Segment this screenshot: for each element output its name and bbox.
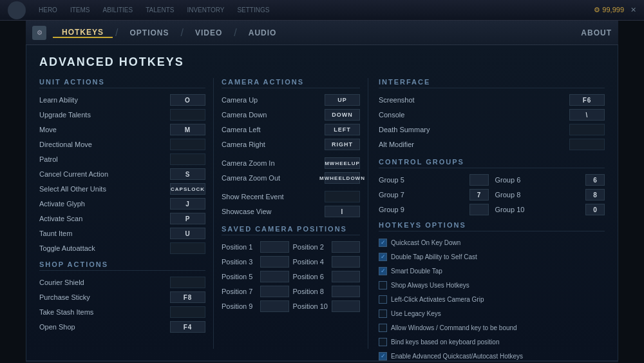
hotkey-cam-up-key[interactable]: UP xyxy=(325,94,360,106)
tab-hotkeys[interactable]: HOTKEYS xyxy=(53,28,113,38)
cam-pos-1-label: Position 1 xyxy=(222,243,260,251)
hotkey-zoom-in-key[interactable]: MWHEELUP xyxy=(325,157,360,169)
hotkey-alt-modifier-key[interactable] xyxy=(569,139,605,150)
hotkey-cam-left-label: Camera Left xyxy=(222,126,325,133)
cb-shop-hotkeys-box[interactable] xyxy=(379,281,387,289)
top-nav-inventory: INVENTORY xyxy=(187,6,224,14)
hotkey-cam-right-key[interactable]: RIGHT xyxy=(325,139,360,150)
hotkey-patrol-key[interactable] xyxy=(170,153,205,165)
hotkey-death-summary-label: Death Summary xyxy=(379,126,569,133)
interface-title: INTERFACE xyxy=(379,78,605,88)
cb-advanced-quickcast[interactable]: Enable Advanced Quickcast/Autocast Hotke… xyxy=(379,350,605,361)
cb-allow-windows[interactable]: Allow Windows / Command key to be bound xyxy=(379,322,605,333)
cb-allow-windows-box[interactable] xyxy=(379,324,387,332)
hotkey-console-key[interactable]: \ xyxy=(569,109,605,121)
hotkey-death-summary-key[interactable] xyxy=(569,124,605,135)
hotkey-showcase: Showcase View I xyxy=(222,205,360,218)
cb-double-tap-label: Double Tap Ability to Self Cast xyxy=(391,253,477,260)
cb-bind-keyboard-box[interactable] xyxy=(379,338,387,346)
cb-double-tap[interactable]: Double Tap Ability to Self Cast xyxy=(379,251,605,262)
ctrl-group-6-key[interactable]: 6 xyxy=(585,174,605,186)
cam-pos-1: Position 1 xyxy=(222,240,289,253)
hotkey-screenshot: Screenshot F6 xyxy=(379,93,605,106)
hotkey-cam-right: Camera Right RIGHT xyxy=(222,138,360,151)
col-camera: CAMERA ACTIONS Camera Up UP Camera Down … xyxy=(213,78,368,349)
cam-pos-4-key[interactable] xyxy=(332,256,361,268)
cam-pos-9-key[interactable] xyxy=(260,300,289,312)
nav-bar: ⚙ HOTKEYS / OPTIONS / VIDEO / AUDIO ABOU… xyxy=(26,21,618,45)
cb-quickcast-box[interactable] xyxy=(379,239,387,247)
settings-nav-icon: ⚙ xyxy=(32,26,46,40)
hotkey-scan-key[interactable]: P xyxy=(170,213,205,224)
ctrl-group-7-key[interactable]: 7 xyxy=(469,189,489,201)
hotkey-upgrade-talents: Upgrade Talents xyxy=(39,108,205,121)
cam-pos-2-label: Position 2 xyxy=(293,243,332,251)
unit-actions-title: UNIT ACTIONS xyxy=(39,78,205,88)
hotkey-courier-shield-key[interactable] xyxy=(170,277,205,288)
ctrl-group-8-key[interactable]: 8 xyxy=(585,189,605,201)
cam-pos-5: Position 5 xyxy=(222,270,289,283)
hotkey-purchase-sticky-key[interactable]: F8 xyxy=(170,291,205,303)
hotkey-upgrade-talents-key[interactable] xyxy=(170,109,205,121)
cb-smart-double-tap[interactable]: Smart Double Tap xyxy=(379,265,605,277)
close-icon[interactable]: ✕ xyxy=(630,6,636,14)
cb-camera-grip[interactable]: Left-Click Activates Camera Grip xyxy=(379,293,605,305)
cb-double-tap-box[interactable] xyxy=(379,253,387,261)
cb-advanced-quickcast-box[interactable] xyxy=(379,352,387,360)
ctrl-group-5-label: Group 5 xyxy=(379,176,469,184)
hotkey-cam-down-key[interactable]: DOWN xyxy=(325,109,360,121)
hotkey-move-key[interactable]: M xyxy=(170,124,205,135)
cam-pos-4-label: Position 4 xyxy=(293,258,332,266)
hotkey-cam-left-key[interactable]: LEFT xyxy=(325,124,360,135)
hotkey-glyph-key[interactable]: J xyxy=(170,198,205,210)
cb-camera-grip-box[interactable] xyxy=(379,295,387,304)
cam-pos-7-key[interactable] xyxy=(260,286,289,297)
hotkey-zoom-out-key[interactable]: MWHEELDOWN xyxy=(325,172,360,184)
hotkey-scan-label: Activate Scan xyxy=(39,215,170,222)
tab-video[interactable]: VIDEO xyxy=(186,28,231,37)
hotkey-select-all-key[interactable]: CAPSLOCK xyxy=(170,183,205,195)
cam-pos-2-key[interactable] xyxy=(332,241,361,253)
hotkey-take-stash-key[interactable] xyxy=(170,306,205,318)
tab-audio[interactable]: AUDIO xyxy=(240,28,286,37)
hotkey-glyph: Activate Glyph J xyxy=(39,197,205,210)
ctrl-group-10-key[interactable]: 0 xyxy=(585,204,605,215)
hotkey-courier-shield: Courier Shield xyxy=(39,276,205,289)
cam-pos-8: Position 8 xyxy=(293,285,361,298)
cb-shop-hotkeys[interactable]: Shop Always Uses Hotkeys xyxy=(379,279,605,291)
hotkey-learn-ability-key[interactable]: O xyxy=(170,94,205,106)
cb-legacy-keys-box[interactable] xyxy=(379,309,387,318)
cb-legacy-keys[interactable]: Use Legacy Keys xyxy=(379,308,605,319)
hotkey-open-shop-key[interactable]: F4 xyxy=(170,321,205,333)
ctrl-groups-grid: Group 5 Group 6 6 Group 7 7 Group 8 8 Gr… xyxy=(379,173,605,216)
hotkey-scan: Activate Scan P xyxy=(39,212,205,225)
hotkey-autoattack: Toggle Autoattack xyxy=(39,242,205,255)
ctrl-group-5: Group 5 xyxy=(379,173,489,186)
cb-bind-keyboard[interactable]: Bind keys based on keyboard position xyxy=(379,336,605,348)
hotkey-courier-shield-label: Courier Shield xyxy=(39,279,170,286)
hotkey-taunt-key[interactable]: U xyxy=(170,228,205,239)
hotkey-screenshot-key[interactable]: F6 xyxy=(569,94,605,106)
cam-pos-4: Position 4 xyxy=(293,255,361,268)
nav-about[interactable]: ABOUT xyxy=(581,28,612,37)
ctrl-group-6: Group 6 6 xyxy=(495,173,605,186)
tab-options[interactable]: OPTIONS xyxy=(120,28,178,37)
cam-pos-6-label: Position 6 xyxy=(293,273,332,280)
cb-quickcast[interactable]: Quickcast On Key Down xyxy=(379,237,605,248)
hotkey-recent-event-key[interactable] xyxy=(325,191,360,202)
hotkey-dir-move-key[interactable] xyxy=(170,139,205,150)
hotkey-showcase-key[interactable]: I xyxy=(325,206,360,217)
cam-pos-6-key[interactable] xyxy=(332,271,361,282)
cam-pos-8-key[interactable] xyxy=(332,286,361,297)
cam-pos-5-key[interactable] xyxy=(260,271,289,282)
hotkey-cancel-key[interactable]: S xyxy=(170,168,205,180)
hotkey-autoattack-key[interactable] xyxy=(170,242,205,254)
hotkey-select-all: Select All Other Units CAPSLOCK xyxy=(39,182,205,195)
cb-smart-double-tap-box[interactable] xyxy=(379,267,387,275)
cam-pos-3-key[interactable] xyxy=(260,256,289,268)
ctrl-group-9-key[interactable] xyxy=(469,204,489,215)
ctrl-group-5-key[interactable] xyxy=(469,174,489,186)
cam-pos-10-key[interactable] xyxy=(332,300,361,312)
cam-pos-1-key[interactable] xyxy=(260,241,289,253)
hotkey-dir-move-label: Directional Move xyxy=(39,141,170,148)
